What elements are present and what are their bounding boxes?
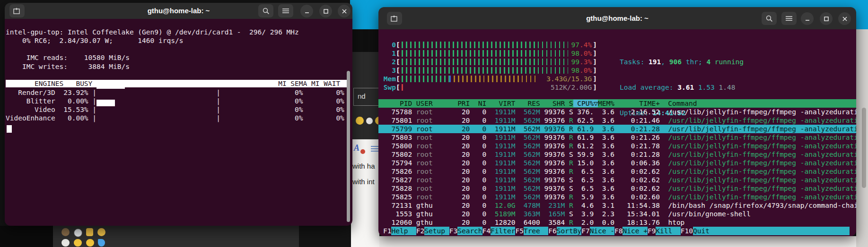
process-row-75801[interactable]: 75801 root 20 0 1911M 562M 99376 R 62.5 … xyxy=(378,116,856,125)
htop-terminal-window[interactable]: gthu@home-lab: ~ xyxy=(378,7,856,236)
process-row-75826[interactable]: 75826 root 20 0 1911M 562M 99376 R 6.5 3… xyxy=(378,167,856,176)
process-table: 75788 root 20 0 1911M 562M 99376 S 376. … xyxy=(378,108,856,227)
fkey-label-filter[interactable]: Filter xyxy=(491,227,515,235)
busy-bar-render/3d xyxy=(96,82,125,89)
font-color-badge xyxy=(360,149,365,154)
process-row-75827[interactable]: 75827 root 20 0 1911M 562M 99376 S 6.5 3… xyxy=(378,176,856,184)
fkey-label-tree[interactable]: Tree xyxy=(524,227,548,235)
ok-hand-icon[interactable] xyxy=(97,228,105,236)
fkey-label-quit[interactable]: Quit xyxy=(693,227,850,235)
left-terminal-scrollbar[interactable] xyxy=(347,71,350,222)
hamburger-menu-icon xyxy=(786,16,792,21)
flushed-face-emoji[interactable] xyxy=(356,117,364,125)
fkey-f6[interactable]: F6 xyxy=(548,227,556,235)
gpu-top-output-area[interactable]: intel-gpu-top: Intel Coffeelake (Gen9) @… xyxy=(5,19,352,226)
white-circle-emoji[interactable] xyxy=(366,118,373,124)
fkey-f4[interactable]: F4 xyxy=(482,227,491,235)
cpu-meter-2: 2[99.3%] xyxy=(383,58,597,66)
search-button[interactable] xyxy=(762,12,777,25)
cpu-meter-1: 1[98.0%] xyxy=(383,49,597,58)
maximize-button[interactable] xyxy=(820,12,833,25)
index-pointing-up-icon[interactable] xyxy=(86,228,93,236)
align-icon[interactable] xyxy=(371,145,378,153)
skull-and-crossbones-icon[interactable] xyxy=(61,239,70,247)
menu-button[interactable] xyxy=(278,4,293,17)
cpu-meter-3: 3[98.0%] xyxy=(383,66,597,75)
background-dark-strip xyxy=(351,29,379,52)
htop-output-area[interactable]: 0[97.4%]1[98.0%]2[99.3%]3[98.0%]Mem[3.43… xyxy=(378,29,856,236)
busy-bar-video xyxy=(96,100,115,106)
process-row-1553[interactable]: 1553 gthu 20 0 5189M 363M 165M S 3.9 2.3… xyxy=(378,210,856,218)
raised-eyebrow-face-icon[interactable] xyxy=(86,239,94,247)
eye-icon[interactable] xyxy=(74,229,82,237)
fkey-label-nice[interactable]: Nice - xyxy=(590,227,614,235)
maximize-button[interactable] xyxy=(319,5,332,17)
right-titlebar[interactable]: gthu@home-lab: ~ xyxy=(378,7,856,29)
process-row-75788[interactable]: 75788 root 20 0 1911M 562M 99376 S 376. … xyxy=(378,108,856,116)
tasks-line: Tasks: 191, 906 thr; 4 running xyxy=(620,58,744,66)
terminal-cursor xyxy=(7,125,12,133)
minimize-icon xyxy=(805,16,810,22)
menu-button[interactable] xyxy=(781,12,797,25)
dizzy-face-icon[interactable] xyxy=(74,239,82,247)
close-icon xyxy=(842,16,848,22)
fkey-label-search[interactable]: Search xyxy=(457,227,482,235)
fkey-f3[interactable]: F3 xyxy=(449,227,457,235)
maximize-icon xyxy=(323,9,329,14)
search-icon xyxy=(263,8,270,15)
fkey-f8[interactable]: F8 xyxy=(614,227,623,235)
fkey-f5[interactable]: F5 xyxy=(515,227,523,235)
memory-meter: Mem[3.43G/15.3G] xyxy=(383,75,597,83)
search-button[interactable] xyxy=(258,4,273,17)
fkey-label-help[interactable]: Help xyxy=(391,227,416,235)
fkey-f9[interactable]: F9 xyxy=(648,227,656,235)
background-page xyxy=(351,139,379,247)
process-row-75799[interactable]: 75799 root 20 0 1911M 562M 99376 R 61.9 … xyxy=(378,125,856,133)
search-icon xyxy=(766,15,773,22)
process-table-header[interactable]: PID USER PRI NI VIRT RES SHR S CPU%▽MEM%… xyxy=(378,99,856,108)
fkey-label-nice[interactable]: Nice + xyxy=(623,227,647,235)
speak-no-evil-monkey-icon[interactable] xyxy=(61,228,70,236)
close-icon xyxy=(342,9,347,14)
process-row-75803[interactable]: 75803 root 20 0 1911M 562M 99376 R 61.9 … xyxy=(378,133,856,142)
swap-meter: Swp[512K/2.00G] xyxy=(383,83,597,92)
minimize-icon xyxy=(304,9,310,14)
minimize-button[interactable] xyxy=(801,12,814,25)
gpu-top-output: intel-gpu-top: Intel Coffeelake (Gen9) @… xyxy=(6,28,349,123)
fkey-label-sortby[interactable]: SortBy xyxy=(557,227,581,235)
process-row-75800[interactable]: 75800 root 20 0 1911M 562M 99376 R 61.2 … xyxy=(378,142,856,150)
close-button[interactable] xyxy=(838,12,851,25)
background-scrollbar[interactable] xyxy=(862,108,866,188)
close-button[interactable] xyxy=(338,5,351,17)
fkey-f7[interactable]: F7 xyxy=(581,227,589,235)
cpu-memory-meters: 0[97.4%]1[98.0%]2[99.3%]3[98.0%]Mem[3.43… xyxy=(383,41,597,92)
process-row-75828[interactable]: 75828 root 20 0 1911M 562M 99376 S 6.5 3… xyxy=(378,184,856,193)
load-average-line: Load average: 3.61 1.53 1.48 xyxy=(620,83,744,92)
process-row-75802[interactable]: 75802 root 20 0 1911M 562M 99376 S 59.9 … xyxy=(378,150,856,159)
minimize-button[interactable] xyxy=(300,5,313,17)
fkey-f2[interactable]: F2 xyxy=(416,227,424,235)
process-row-75794[interactable]: 75794 root 20 0 1911M 562M 99376 R 15.0 … xyxy=(378,159,856,167)
function-key-bar: F1Help F2Setup F3SearchF4FilterF5Tree F6… xyxy=(378,227,856,235)
process-row-75825[interactable]: 75825 root 20 0 1911M 562M 99376 R 5.9 3… xyxy=(378,193,856,201)
fkey-label-kill[interactable]: Kill xyxy=(656,227,680,235)
background-bottom-strip xyxy=(378,236,856,247)
cpu-meter-0: 0[97.4%] xyxy=(383,41,597,49)
partial-page-text: with int xyxy=(352,178,375,186)
partial-page-text: with ha xyxy=(352,162,375,170)
fkey-label-setup[interactable]: Setup xyxy=(424,227,449,235)
desktop: nd A with ha with int gthu@home-lab: ~ xyxy=(0,0,868,247)
sweat-droplets-icon[interactable] xyxy=(98,239,105,247)
background-black-strip xyxy=(0,226,53,247)
hamburger-menu-icon xyxy=(282,8,289,14)
left-titlebar[interactable]: gthu@home-lab: ~ xyxy=(5,3,352,19)
fkey-f10[interactable]: F10 xyxy=(681,227,693,235)
process-row-72131[interactable]: 72131 gthu 20 0 12.0G 478M 231M R 4.6 3.… xyxy=(378,201,856,210)
process-row-12060[interactable]: 12060 gthu 20 0 12820 6400 3584 R 2.0 0.… xyxy=(378,218,856,227)
fkey-f1[interactable]: F1 xyxy=(383,227,391,235)
gpu-top-terminal-window[interactable]: gthu@home-lab: ~ xyxy=(5,3,352,226)
maximize-icon xyxy=(824,16,829,22)
